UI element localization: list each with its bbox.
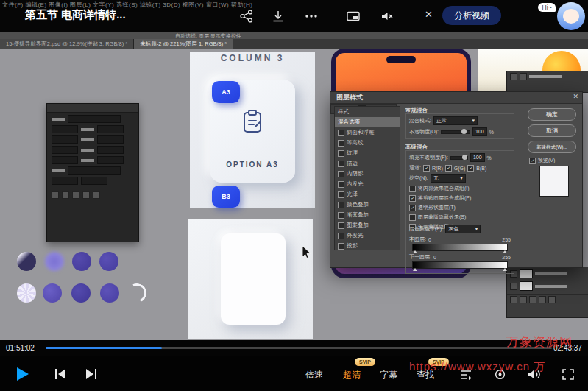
style-item[interactable]: 外发光 [335,230,400,241]
speed-button[interactable]: 倍速 [305,369,323,381]
layer-mask-hides-checkbox[interactable] [409,214,416,221]
opacity-slider[interactable] [441,130,470,134]
panel-field[interactable] [81,177,107,185]
style-item[interactable]: 纹理 [335,148,400,158]
channel-b-checkbox[interactable]: ✓ [467,165,474,172]
dialog-title[interactable]: 图层样式 [330,92,582,104]
swatch-circle[interactable] [72,252,91,271]
style-item-selected[interactable]: 混合选项 [335,117,400,127]
channel-r-checkbox[interactable]: ✓ [423,165,430,172]
panel-button[interactable] [520,296,527,303]
more-icon[interactable] [304,9,319,24]
layer-thumbnail[interactable] [520,281,533,291]
style-checkbox[interactable] [338,171,344,177]
swatch-circle-pattern[interactable] [17,283,36,303]
style-checkbox[interactable] [338,243,344,250]
style-checkbox[interactable] [338,191,344,198]
close-icon[interactable]: ✕ [425,9,433,20]
style-checkbox[interactable] [338,150,344,157]
fill-opacity-slider[interactable] [450,156,468,160]
layer-thumbnail[interactable] [520,269,533,278]
blend-mode-select[interactable]: 正常▾ [433,116,478,125]
panel-field[interactable] [97,146,124,154]
opacity-field[interactable]: 100 [472,127,487,136]
swatch-circle[interactable] [100,283,119,303]
style-item[interactable]: 图案叠加 [335,220,400,230]
panel-field[interactable] [97,125,124,133]
panel-button[interactable] [72,191,79,199]
subtitles-button[interactable]: 字幕 [380,369,397,381]
panel-button[interactable] [510,296,517,303]
style-item[interactable]: 投影 [335,241,400,251]
style-checkbox[interactable] [338,181,344,188]
style-checkbox[interactable] [338,222,344,229]
panel-field[interactable] [68,115,121,123]
ok-button[interactable]: 确定 [528,108,576,121]
knockout-select[interactable]: 无▾ [431,174,466,183]
panel-field[interactable] [52,156,78,164]
panel-button[interactable] [539,296,546,303]
swatch-circle[interactable] [71,283,91,303]
style-checkbox[interactable] [338,130,344,136]
play-button[interactable] [13,365,31,383]
underlying-layer-ramp[interactable] [412,261,508,269]
new-style-button[interactable]: 新建样式(W)... [528,141,576,153]
panel-field[interactable] [52,125,78,133]
style-item[interactable]: 内发光 [335,179,400,189]
this-layer-ramp[interactable] [412,244,508,251]
panel-icon[interactable] [510,73,517,80]
panel-button[interactable] [82,191,90,199]
swatch-circle[interactable] [43,283,62,303]
dialog-close-icon[interactable]: ✕ [573,93,578,100]
visibility-eye-icon[interactable] [510,283,517,290]
style-item[interactable]: 光泽 [335,189,400,200]
cancel-button[interactable]: 取消 [528,124,576,137]
panel-field[interactable] [52,177,78,185]
panel-field[interactable] [52,146,78,154]
mute-icon[interactable] [380,9,394,24]
channel-g-checkbox[interactable]: ✓ [445,165,452,172]
panel-field[interactable] [97,135,124,144]
share-icon[interactable] [239,9,254,24]
blend-clipped-checkbox[interactable]: ✓ [409,195,416,202]
panel-header[interactable] [47,104,138,113]
quality-button[interactable]: 超清 [343,369,361,381]
analyze-video-button[interactable]: 分析视频 [442,6,501,25]
swatch-circle[interactable] [99,252,118,271]
panel-button[interactable] [529,296,536,303]
avatar[interactable] [557,2,585,30]
seek-bar[interactable] [46,347,552,349]
style-item[interactable]: 等高线 [335,138,400,148]
pip-icon[interactable] [346,9,361,24]
fullscreen-icon[interactable] [562,368,575,381]
trash-icon[interactable] [548,296,556,303]
panel-field[interactable] [97,156,124,164]
style-item[interactable]: 斜面和浮雕 [335,127,400,138]
style-item[interactable]: 颜色叠加 [335,200,400,210]
style-checkbox[interactable] [338,140,344,147]
panel-field[interactable] [68,166,121,175]
style-item[interactable]: 描边 [335,158,400,169]
style-checkbox[interactable] [338,212,344,219]
swatch-circle[interactable] [45,252,64,271]
swatch-circle[interactable] [17,252,36,271]
panel-icon[interactable] [520,73,527,80]
blend-if-select[interactable]: 灰色▾ [445,225,481,233]
transparency-shapes-checkbox[interactable]: ✓ [409,205,416,211]
style-item[interactable]: 内阴影 [335,169,400,179]
style-checkbox[interactable] [338,202,344,208]
style-checkbox[interactable] [338,161,344,167]
ps-tab-2[interactable]: 未标题-2 @ 221%(图层 1, RGB/8) * [134,39,233,49]
preview-checkbox[interactable]: ✓ [529,158,536,164]
swatch-crescent[interactable] [124,281,149,305]
panel-button[interactable] [52,191,59,199]
next-episode-button[interactable] [84,368,99,380]
ps-tab-1[interactable]: 15-便捷导航界面2.psd @ 12.9%(拼贴 3, RGB/8) * [0,39,134,49]
download-icon[interactable] [271,9,286,24]
style-item[interactable]: 样式 [335,107,400,117]
panel-button[interactable] [62,191,69,199]
previous-episode-button[interactable] [53,368,68,380]
style-checkbox[interactable] [338,233,344,239]
panel-button[interactable] [93,191,100,199]
blend-interior-checkbox[interactable] [409,186,416,192]
